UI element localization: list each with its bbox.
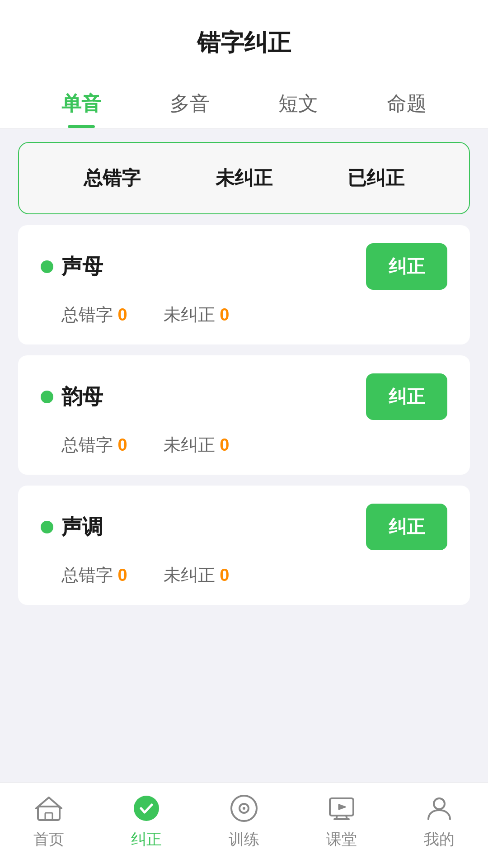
section-shengdiao-header: 声调 纠正 [41, 504, 447, 550]
svg-point-5 [243, 807, 245, 810]
summary-total: 总错字 [84, 165, 141, 191]
section-yunmu-stats: 总错字 0 未纠正 0 [41, 434, 447, 457]
svg-rect-1 [45, 813, 52, 820]
summary-card: 总错字 未纠正 已纠正 [18, 142, 470, 214]
section-shengdiao-title-group: 声调 [41, 513, 103, 541]
nav-home-label: 首页 [33, 829, 64, 850]
section-yunmu-header: 韵母 纠正 [41, 373, 447, 420]
yunmu-total-value: 0 [118, 435, 127, 454]
content-area: 总错字 未纠正 已纠正 声母 纠正 总错字 0 未纠正 0 韵母 [0, 128, 488, 783]
train-icon [228, 792, 260, 825]
correct-button-yunmu[interactable]: 纠正 [366, 373, 447, 420]
shengmu-total-stat: 总错字 0 [61, 303, 127, 326]
section-shengmu-title-group: 声母 [41, 253, 103, 281]
section-yunmu-title: 韵母 [61, 383, 103, 411]
tab-multi[interactable]: 多音 [136, 77, 244, 128]
shengdiao-uncorrected-stat: 未纠正 0 [164, 564, 230, 587]
section-shengmu-header: 声母 纠正 [41, 243, 447, 290]
correct-icon [130, 792, 163, 825]
section-shengmu-title: 声母 [61, 253, 103, 281]
nav-mine-label: 我的 [424, 829, 455, 850]
shengdiao-total-value: 0 [118, 566, 127, 585]
nav-correct-label: 纠正 [131, 829, 162, 850]
class-icon [325, 792, 358, 825]
nav-correct[interactable]: 纠正 [98, 792, 195, 850]
section-yunmu-title-group: 韵母 [41, 383, 103, 411]
summary-uncorrected: 未纠正 [216, 165, 272, 191]
mine-icon [423, 792, 455, 825]
svg-point-7 [434, 798, 445, 809]
bottom-nav: 首页 纠正 训练 课堂 [0, 783, 488, 868]
nav-class-label: 课堂 [326, 829, 357, 850]
svg-point-2 [134, 796, 159, 821]
tab-topic[interactable]: 命题 [352, 77, 461, 128]
page-title: 错字纠正 [0, 0, 488, 77]
shengmu-total-value: 0 [118, 305, 127, 324]
green-dot-shengdiao [41, 521, 53, 533]
section-yunmu: 韵母 纠正 总错字 0 未纠正 0 [18, 355, 470, 475]
shengmu-uncorrected-stat: 未纠正 0 [164, 303, 230, 326]
section-shengdiao-stats: 总错字 0 未纠正 0 [41, 564, 447, 587]
nav-mine[interactable]: 我的 [390, 792, 488, 850]
shengmu-uncorrected-value: 0 [220, 305, 229, 324]
shengdiao-uncorrected-value: 0 [220, 566, 229, 585]
section-shengmu-stats: 总错字 0 未纠正 0 [41, 303, 447, 326]
nav-class[interactable]: 课堂 [293, 792, 390, 850]
nav-train[interactable]: 训练 [195, 792, 293, 850]
tab-single[interactable]: 单音 [27, 77, 136, 128]
correct-button-shengdiao[interactable]: 纠正 [366, 504, 447, 550]
home-icon [33, 792, 65, 825]
tab-short[interactable]: 短文 [244, 77, 352, 128]
tabs-container: 单音 多音 短文 命题 [0, 77, 488, 128]
summary-corrected: 已纠正 [347, 165, 404, 191]
green-dot-shengmu [41, 260, 53, 273]
nav-home[interactable]: 首页 [0, 792, 98, 850]
green-dot-yunmu [41, 391, 53, 403]
yunmu-uncorrected-value: 0 [220, 435, 229, 454]
nav-train-label: 训练 [229, 829, 259, 850]
yunmu-total-stat: 总错字 0 [61, 434, 127, 457]
shengdiao-total-stat: 总错字 0 [61, 564, 127, 587]
yunmu-uncorrected-stat: 未纠正 0 [164, 434, 230, 457]
section-shengdiao: 声调 纠正 总错字 0 未纠正 0 [18, 486, 470, 605]
section-shengmu: 声母 纠正 总错字 0 未纠正 0 [18, 225, 470, 344]
section-shengdiao-title: 声调 [61, 513, 103, 541]
correct-button-shengmu[interactable]: 纠正 [366, 243, 447, 290]
